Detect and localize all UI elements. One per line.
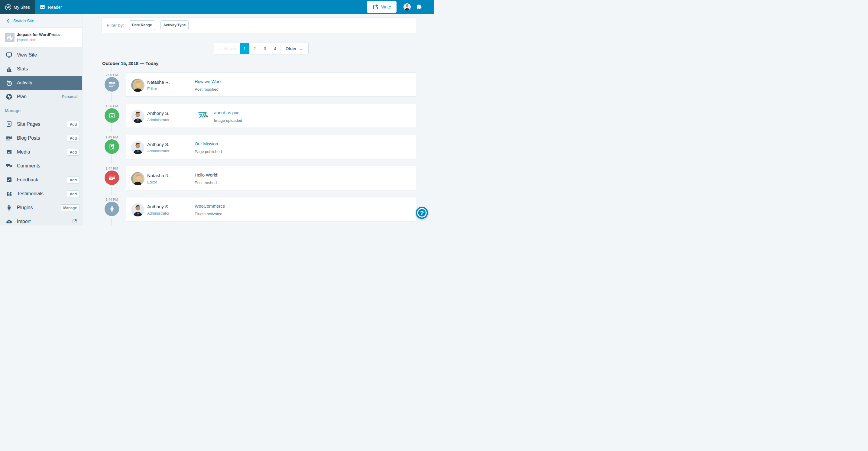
svg-text:?: ?: [420, 209, 424, 216]
svg-text:W: W: [6, 5, 10, 9]
